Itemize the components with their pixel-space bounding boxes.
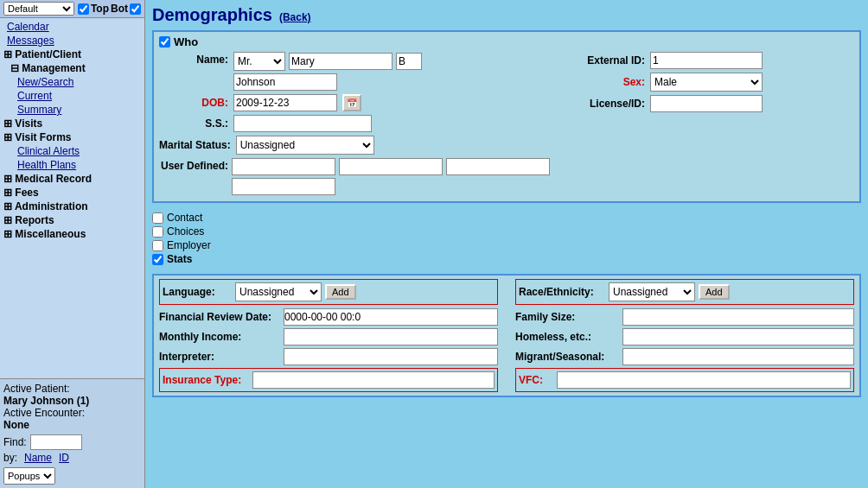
sidebar-section-patient: ⊞ Patient/Client [0,48,144,61]
insurance-type-label: Insurance Type: [163,374,249,386]
sidebar: Default Top Bot Calendar Messages ⊞ Pati… [0,0,145,488]
sidebar-section-admin: ⊞ Administration [0,200,144,213]
sidebar-section-visits: ⊞ Visits [0,117,144,130]
license-input[interactable] [650,95,763,112]
top-checkbox[interactable] [78,3,89,15]
sex-select[interactable]: Male [650,73,763,92]
homeless-row: Homeless, etc.: [515,328,854,345]
family-size-input[interactable] [622,308,854,326]
stats-left: Language: Unassigned Add Financial Revie… [159,279,498,392]
sidebar-nav: Calendar Messages ⊞ Patient/Client ⊟ Man… [0,18,144,378]
family-size-label: Family Size: [515,311,619,323]
sidebar-item-current[interactable]: Current [0,89,144,103]
stats-checkbox-row: Stats [152,253,861,265]
fin-review-row: Financial Review Date: [159,308,498,326]
name-row: Name: Mr. [159,52,550,91]
stats-right: Race/Ethnicity: Unassigned Add Family Si… [515,279,854,392]
fin-review-label: Financial Review Date: [159,311,280,323]
dob-label: DOB: [159,97,228,109]
find-row: Find: [3,434,141,450]
bot-checkbox[interactable] [130,3,141,15]
who-checkbox[interactable] [159,36,170,48]
add-race-button[interactable]: Add [699,284,730,300]
ss-input[interactable] [233,115,372,132]
back-link[interactable]: (Back) [279,11,311,23]
stats-checkbox[interactable] [152,254,163,265]
sidebar-item-calendar[interactable]: Calendar [0,20,144,34]
interpreter-input[interactable] [284,348,498,365]
marital-row: Marital Status: Unassigned [159,136,550,155]
user-defined-row: User Defined: [159,158,550,195]
by-name-link[interactable]: Name [24,452,52,464]
interpreter-row: Interpreter: [159,348,498,365]
choices-checkbox[interactable] [152,226,163,238]
sidebar-section-medical-record: ⊞ Medical Record [0,172,144,186]
ud4-input[interactable] [232,178,335,195]
who-right: External ID: Sex: Male License/ID: [567,52,854,198]
license-row: License/ID: [567,95,854,112]
employer-label[interactable]: Employer [167,239,211,251]
active-patient-value: Mary Johnson (1) [3,395,141,407]
fin-review-input[interactable] [284,308,498,326]
sidebar-item-health-plans[interactable]: Health Plans [0,158,144,172]
page-title-row: Demographics (Back) [152,5,861,25]
stats-grid: Language: Unassigned Add Financial Revie… [159,279,854,392]
race-select[interactable]: Unassigned [609,282,695,301]
ud3-input[interactable] [446,158,550,175]
top-bot-row: Top Bot [78,3,141,15]
who-label: Who [174,35,198,48]
insurance-type-row: Insurance Type: [159,368,498,392]
external-id-input[interactable] [650,52,763,69]
ud2-input[interactable] [339,158,443,175]
choices-label[interactable]: Choices [167,225,204,238]
ss-row: S.S.: [159,115,550,132]
bot-label: Bot [111,3,128,15]
sidebar-item-messages[interactable]: Messages [0,34,144,48]
sidebar-item-clinical-alerts[interactable]: Clinical Alerts [0,144,144,158]
last-name-input[interactable] [233,73,337,91]
monthly-income-label: Monthly Income: [159,331,280,343]
contact-label[interactable]: Contact [167,212,202,224]
who-section: Who Name: Mr. [152,30,861,203]
who-left: Name: Mr. DOB: [159,52,550,198]
migrant-label: Migrant/Seasonal: [515,351,619,363]
marital-select[interactable]: Unassigned [236,136,374,155]
migrant-input[interactable] [622,348,854,365]
stats-checkbox-label[interactable]: Stats [167,253,192,265]
page-title: Demographics [152,5,272,25]
popups-select[interactable]: Popups [3,467,55,485]
contact-checkbox[interactable] [152,212,163,224]
race-row: Race/Ethnicity: Unassigned Add [515,279,854,305]
sidebar-item-summary[interactable]: Summary [0,103,144,117]
sidebar-section-reports: ⊞ Reports [0,213,144,227]
sidebar-bottom: Active Patient: Mary Johnson (1) Active … [0,378,144,488]
marital-label: Marital Status: [159,139,231,151]
vfc-label: VFC: [519,374,553,386]
middle-initial-input[interactable] [396,53,422,70]
vfc-input[interactable] [557,371,851,389]
employer-checkbox[interactable] [152,240,163,251]
ud1-input[interactable] [232,158,335,175]
stats-section: Language: Unassigned Add Financial Revie… [152,274,861,397]
sidebar-item-new-search[interactable]: New/Search [0,75,144,89]
sidebar-top: Default Top Bot [0,0,144,18]
interpreter-label: Interpreter: [159,351,280,363]
choices-row: Choices [152,225,861,238]
dob-input[interactable] [233,94,337,111]
calendar-button[interactable]: 📅 [342,94,361,111]
migrant-row: Migrant/Seasonal: [515,348,854,365]
first-name-input[interactable] [289,53,393,70]
find-input[interactable] [30,434,82,450]
homeless-input[interactable] [622,328,854,345]
sidebar-subsection-management: ⊟ Management [0,61,144,75]
active-patient-label: Active Patient: [3,383,141,395]
title-select[interactable]: Mr. [233,52,285,71]
who-header: Who [159,35,854,48]
insurance-type-input[interactable] [252,371,495,389]
add-language-button[interactable]: Add [325,284,356,300]
monthly-income-input[interactable] [284,328,498,345]
language-select[interactable]: Unassigned [235,282,322,301]
by-id-link[interactable]: ID [59,452,69,464]
active-encounter-label: Active Encounter: [3,407,141,419]
default-select[interactable]: Default [3,2,74,16]
